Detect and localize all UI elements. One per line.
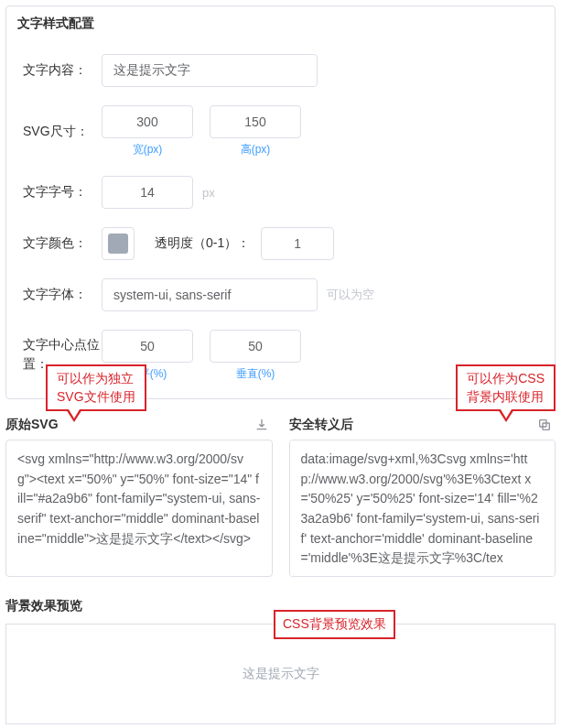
svg-width-input[interactable] bbox=[102, 105, 193, 138]
raw-svg-column: 可以作为独立 SVG文件使用 原始SVG bbox=[5, 410, 273, 580]
row-text-content: 文字内容： bbox=[23, 54, 538, 87]
escaped-title: 安全转义后 bbox=[289, 417, 353, 433]
row-svg-size: SVG尺寸： 宽(px) 高(px) bbox=[23, 105, 538, 158]
download-icon[interactable] bbox=[251, 414, 273, 436]
label-color: 文字颜色： bbox=[23, 235, 102, 252]
opacity-input[interactable] bbox=[261, 227, 334, 260]
row-font-size: 文字字号： px bbox=[23, 176, 538, 209]
color-swatch[interactable] bbox=[102, 227, 135, 260]
label-svg-size: SVG尺寸： bbox=[23, 124, 102, 140]
preview-box: CSS背景预览效果 这是提示文字 bbox=[5, 624, 556, 724]
label-font-size: 文字字号： bbox=[23, 184, 102, 201]
row-font-family: 文字字体： 可以为空 bbox=[23, 278, 538, 311]
label-text-content: 文字内容： bbox=[23, 62, 102, 79]
escaped-column: 可以作为CSS 背景内联使用 安全转义后 bbox=[289, 410, 556, 580]
raw-svg-output[interactable] bbox=[5, 440, 273, 577]
preview-text: 这是提示文字 bbox=[243, 666, 319, 682]
escaped-output[interactable] bbox=[289, 440, 556, 577]
font-size-input[interactable] bbox=[102, 176, 193, 209]
font-family-input[interactable] bbox=[102, 278, 318, 311]
svg-height-input[interactable] bbox=[210, 105, 301, 138]
copy-icon[interactable] bbox=[534, 414, 556, 436]
callout-preview: CSS背景预览效果 bbox=[274, 610, 395, 639]
config-panel: 文字样式配置 文字内容： SVG尺寸： 宽(px) 高(px) 文字字号： px… bbox=[5, 5, 556, 399]
sublabel-height: 高(px) bbox=[241, 142, 271, 158]
label-opacity: 透明度（0-1）： bbox=[155, 235, 250, 252]
raw-svg-title: 原始SVG bbox=[5, 417, 59, 433]
preview-section: 背景效果预览 CSS背景预览效果 这是提示文字 bbox=[5, 598, 556, 724]
callout-escaped: 可以作为CSS 背景内联使用 bbox=[456, 364, 556, 411]
output-section: 可以作为独立 SVG文件使用 原始SVG 可以作为CSS 背景内联使用 安全转义… bbox=[5, 410, 556, 580]
label-font-family: 文字字体： bbox=[23, 287, 102, 303]
center-v-input[interactable] bbox=[210, 330, 301, 363]
font-size-unit: px bbox=[202, 186, 215, 200]
panel-title: 文字样式配置 bbox=[17, 6, 538, 36]
sublabel-width: 宽(px) bbox=[133, 142, 163, 158]
text-content-input[interactable] bbox=[102, 54, 318, 87]
sublabel-center-v: 垂直(%) bbox=[236, 366, 275, 382]
font-family-hint: 可以为空 bbox=[327, 287, 374, 303]
center-h-input[interactable] bbox=[102, 330, 193, 363]
color-swatch-inner bbox=[108, 234, 128, 254]
callout-raw-svg: 可以作为独立 SVG文件使用 bbox=[46, 364, 146, 411]
row-color: 文字颜色： 透明度（0-1）： bbox=[23, 227, 538, 260]
